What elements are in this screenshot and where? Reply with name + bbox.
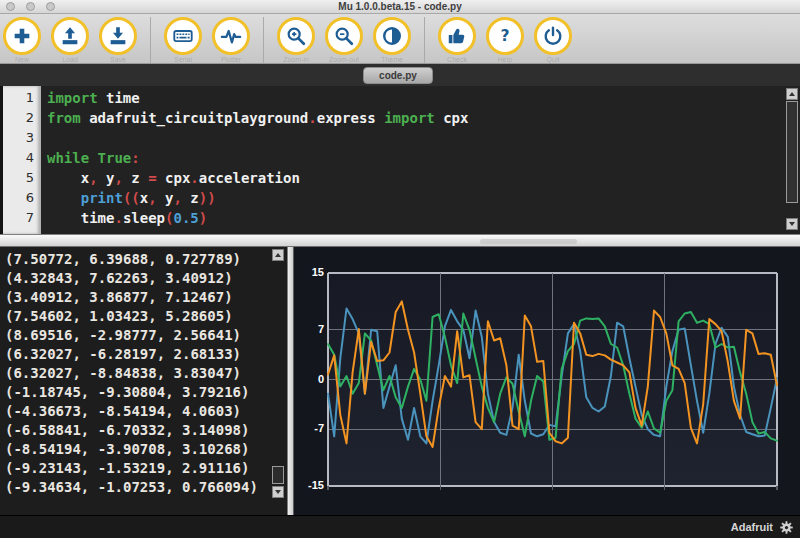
- y-axis-tick-label: -7: [300, 422, 324, 434]
- plus-icon: [11, 25, 33, 47]
- plotter-chart: [328, 273, 777, 486]
- code-line: [47, 128, 780, 148]
- line-number: 4: [3, 148, 41, 168]
- toolbar: NewLoadSaveSerialPlotterZoom-inZoom-outT…: [0, 14, 800, 64]
- quit-button-wrap: Quit: [534, 17, 572, 63]
- new-button-wrap: New: [3, 17, 41, 63]
- zoom-out-icon: [333, 25, 355, 47]
- svg-text:?: ?: [500, 27, 509, 45]
- serial-line: (7.50772, 6.39688, 0.727789): [5, 250, 287, 269]
- window-maximize-button[interactable]: [46, 2, 55, 11]
- line-number-gutter: 1234567: [0, 86, 41, 234]
- serial-line: (7.54602, 1.03423, 5.28605): [5, 307, 287, 326]
- code-editor[interactable]: 1234567 import timefrom adafruit_circuit…: [0, 86, 800, 234]
- load-button-wrap: Load: [51, 17, 89, 63]
- y-axis-tick-label: 7: [300, 323, 324, 335]
- y-axis-tick-label: -15: [300, 479, 324, 491]
- serial-scroll-down-button[interactable]: [272, 486, 284, 498]
- load-button-label: Load: [62, 56, 78, 63]
- check-button[interactable]: [438, 17, 476, 55]
- plotter-button-label: Plotter: [221, 56, 241, 63]
- splitter-handle: [480, 239, 577, 244]
- keyboard-icon: [172, 25, 194, 47]
- serial-line: (6.32027, -6.28197, 2.68133): [5, 345, 287, 364]
- power-icon: [542, 25, 564, 47]
- serial-line: (-1.18745, -9.30804, 3.79216): [5, 383, 287, 402]
- toolbar-separator: [150, 17, 151, 63]
- toolbar-separator: [424, 17, 425, 63]
- serial-button-label: Serial: [174, 56, 192, 63]
- code-line: from adafruit_circuitplayground.express …: [47, 108, 780, 128]
- code-line: import time: [47, 88, 780, 108]
- mode-label[interactable]: Adafruit: [731, 521, 773, 533]
- status-bar: Adafruit: [0, 515, 800, 538]
- tab-code-py[interactable]: code.py: [363, 67, 433, 84]
- chart-canvas: [328, 273, 777, 486]
- serial-button-wrap: Serial: [164, 17, 202, 63]
- code-line: while True:: [47, 148, 780, 168]
- check-button-wrap: Check: [438, 17, 476, 63]
- thumbs-up-icon: [446, 25, 468, 47]
- zoom-out-button[interactable]: [325, 17, 363, 55]
- zoom-in-button[interactable]: [277, 17, 315, 55]
- gear-icon[interactable]: [778, 519, 794, 535]
- serial-output-text: (7.50772, 6.39688, 0.727789)(4.32843, 7.…: [5, 250, 287, 497]
- y-axis-tick-label: 15: [300, 266, 324, 278]
- quit-button[interactable]: [534, 17, 572, 55]
- code-line: x, y, z = cpx.acceleration: [47, 168, 780, 188]
- quit-button-label: Quit: [547, 56, 560, 63]
- save-button-wrap: Save: [99, 17, 137, 63]
- save-button[interactable]: [99, 17, 137, 55]
- plotter-pane: 1570-7-15: [294, 247, 800, 515]
- theme-button-wrap: Theme: [373, 17, 411, 63]
- zoom-out-button-label: Zoom-out: [329, 56, 359, 63]
- vertical-splitter[interactable]: [287, 247, 294, 515]
- window-close-button[interactable]: [6, 2, 15, 11]
- plotter-button-wrap: Plotter: [212, 17, 250, 63]
- titlebar: Mu 1.0.0.beta.15 - code.py: [0, 0, 800, 14]
- plotter-button[interactable]: [212, 17, 250, 55]
- code-area[interactable]: import timefrom adafruit_circuitplaygrou…: [47, 88, 780, 228]
- serial-output-pane[interactable]: (7.50772, 6.39688, 0.727789)(4.32843, 7.…: [0, 247, 287, 515]
- line-number: 1: [3, 88, 41, 108]
- help-button[interactable]: ?: [486, 17, 524, 55]
- serial-scroll-up-button[interactable]: [272, 249, 284, 261]
- line-number: 3: [3, 128, 41, 148]
- serial-line: (4.32843, 7.62263, 3.40912): [5, 269, 287, 288]
- serial-line: (-9.23143, -1.53219, 2.91116): [5, 459, 287, 478]
- editor-scroll-up-button[interactable]: [786, 88, 798, 100]
- zoom-in-button-label: Zoom-in: [283, 56, 309, 63]
- serial-button[interactable]: [164, 17, 202, 55]
- serial-line: (8.69516, -2.98777, 2.56641): [5, 326, 287, 345]
- theme-button-label: Theme: [381, 56, 403, 63]
- tab-bar: code.py: [0, 64, 800, 86]
- bottom-panes: (7.50772, 6.39688, 0.727789)(4.32843, 7.…: [0, 247, 800, 515]
- zoom-in-button-wrap: Zoom-in: [277, 17, 315, 63]
- y-axis-tick-label: 0: [300, 373, 324, 385]
- help-icon: ?: [494, 25, 516, 47]
- horizontal-splitter[interactable]: [0, 234, 800, 247]
- serial-line: (-6.58841, -6.70332, 3.14098): [5, 421, 287, 440]
- line-number: 6: [3, 188, 41, 208]
- line-number: 2: [3, 108, 41, 128]
- load-button[interactable]: [51, 17, 89, 55]
- theme-icon: [381, 25, 403, 47]
- zoom-in-icon: [285, 25, 307, 47]
- zoom-out-button-wrap: Zoom-out: [325, 17, 363, 63]
- serial-line: (3.40912, 3.86877, 7.12467): [5, 288, 287, 307]
- new-button[interactable]: [3, 17, 41, 55]
- serial-line: (-4.36673, -8.54194, 4.0603): [5, 402, 287, 421]
- serial-line: (-8.54194, -3.90708, 3.10268): [5, 440, 287, 459]
- serial-scrollbar-thumb[interactable]: [272, 466, 284, 484]
- save-icon: [107, 25, 129, 47]
- editor-scroll-down-button[interactable]: [786, 218, 798, 230]
- check-button-label: Check: [447, 56, 467, 63]
- traffic-lights: [6, 2, 55, 11]
- new-button-label: New: [15, 56, 29, 63]
- save-button-label: Save: [110, 56, 126, 63]
- toolbar-separator: [263, 17, 264, 63]
- window-minimize-button[interactable]: [26, 2, 35, 11]
- theme-button[interactable]: [373, 17, 411, 55]
- editor-scrollbar-thumb[interactable]: [786, 101, 798, 203]
- code-line: time.sleep(0.5): [47, 208, 780, 228]
